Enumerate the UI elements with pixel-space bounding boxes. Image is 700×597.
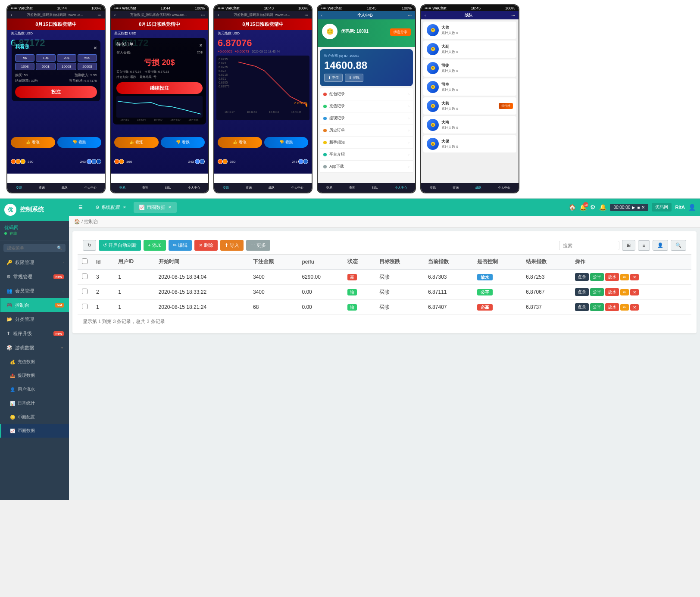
phone3-nav-team[interactable]: 战队 xyxy=(268,185,275,191)
navbar-gear-btn[interactable]: ⚙ xyxy=(590,204,596,211)
phone1-amt-1000[interactable]: 1000$ xyxy=(57,63,76,70)
navbar-home-btn[interactable]: 🏠 xyxy=(569,204,576,211)
phone1-nav-personal[interactable]: 个人中心 xyxy=(84,185,97,191)
grid-view-btn[interactable]: ⊞ xyxy=(622,240,635,251)
phone1-amt-500[interactable]: 500$ xyxy=(36,63,55,70)
phone1-amt-50[interactable]: 50$ xyxy=(78,54,97,62)
sidebar-item-gamedata[interactable]: 🎲 游戏数据 ▼ xyxy=(0,341,69,355)
sidebar-item-console[interactable]: 🎮 控制台 hot xyxy=(0,298,69,312)
phone1-amt-20[interactable]: 20$ xyxy=(57,54,76,62)
row3-edit-btn[interactable]: ✏ xyxy=(620,304,629,311)
sidebar-item-dailystat[interactable]: 📊 日常统计 xyxy=(0,396,69,410)
phone1-down-btn[interactable]: 👎 看跌 xyxy=(57,137,102,148)
navbar-notif-btn[interactable]: 🔔 10 xyxy=(579,204,587,211)
phone1-up-btn[interactable]: 👍 看涨 xyxy=(11,137,55,148)
phone3-nav-trade[interactable]: 交易 xyxy=(222,185,230,191)
phone2-down-btn[interactable]: 👎 看跌 xyxy=(161,137,205,148)
sidebar-item-userflow[interactable]: 👤 用户流水 xyxy=(0,382,69,396)
navbar-tab-coindata[interactable]: 📈 币圈数据 ✕ xyxy=(134,202,177,213)
phone1-amt-5[interactable]: 5$ xyxy=(15,54,34,62)
search-table-btn[interactable]: 🔍 xyxy=(671,240,686,251)
phone4-menu-platform[interactable]: 平台介绍 › xyxy=(320,149,413,161)
phone3-nav-query[interactable]: 查询 xyxy=(245,185,253,191)
phone2-nav-team[interactable]: 战队 xyxy=(164,185,172,191)
more-btn[interactable]: ⋯ 更多 xyxy=(246,240,270,251)
row1-water-btn[interactable]: 放水 xyxy=(605,273,619,281)
coindata-nav-close[interactable]: ✕ xyxy=(168,205,172,209)
sidebar-item-general[interactable]: ⚙ 常规管理 new xyxy=(0,270,69,284)
close-timer-icon[interactable]: ✕ xyxy=(641,205,645,210)
navbar-user-btn[interactable]: 👤 xyxy=(688,204,696,211)
refresh-btn[interactable]: ↻ xyxy=(83,240,96,251)
sidebar-item-withdraw[interactable]: 📤 提现数据 xyxy=(0,369,69,382)
row3-click-btn[interactable]: 点杀 xyxy=(575,303,589,311)
phone4-menu-hongbao[interactable]: 红包记录 › xyxy=(320,88,413,100)
list-view-btn[interactable]: ≡ xyxy=(638,240,650,251)
navbar-tab-sysconfg[interactable]: ⚙ 系统配置 ✕ xyxy=(90,202,131,213)
sidebar-search-box[interactable]: 🔍 xyxy=(3,244,66,252)
sidebar-item-recharge[interactable]: 💰 充值数据 xyxy=(0,355,69,369)
sidebar-item-coindata[interactable]: 📈 币圈数据 xyxy=(0,424,69,438)
phone3-down-btn[interactable]: 👎 看跌 xyxy=(264,137,309,148)
phone2-up-btn[interactable]: 👍 看涨 xyxy=(114,137,159,148)
phone4-nav-team[interactable]: 战队 xyxy=(371,185,379,191)
row2-del-btn[interactable]: ✕ xyxy=(630,289,639,295)
row1-click-btn[interactable]: 点杀 xyxy=(575,273,589,281)
phone1-nav-team[interactable]: 战队 xyxy=(61,185,69,191)
row2-edit-btn[interactable]: ✏ xyxy=(620,289,629,295)
row1-edit-btn[interactable]: ✏ xyxy=(620,274,629,280)
phone4-menu-history[interactable]: 历史订单 › xyxy=(320,124,413,137)
phone4-bind-btn[interactable]: 绑定分享 xyxy=(390,28,411,36)
row1-checkbox[interactable] xyxy=(82,274,88,279)
auto-refresh-btn[interactable]: ↺ 开启自动刷新 xyxy=(99,240,141,251)
phone4-menu-chongzhi[interactable]: 充值记录 › xyxy=(320,100,413,112)
phone5-nav-team[interactable]: 战队 xyxy=(475,185,482,191)
select-all-checkbox[interactable] xyxy=(82,258,88,264)
phone4-nav-trade[interactable]: 交易 xyxy=(325,185,333,191)
row2-checkbox[interactable] xyxy=(82,289,88,294)
phone4-nav-personal[interactable]: 个人中心 xyxy=(394,185,408,191)
row3-fair-btn[interactable]: 公平 xyxy=(590,303,604,311)
row2-click-btn[interactable]: 点杀 xyxy=(575,288,589,296)
phone3-up-btn[interactable]: 👍 看涨 xyxy=(218,137,262,148)
phone4-withdraw-btn[interactable]: ⬇ 提现 xyxy=(345,74,363,82)
row3-water-btn[interactable]: 放水 xyxy=(605,303,619,311)
phone5-rank-btn[interactable]: 排行榜 xyxy=(499,103,513,109)
phone4-menu-tixian[interactable]: 提现记录 › xyxy=(320,112,413,124)
sidebar-item-upgrade[interactable]: ⬆ 程序升级 new xyxy=(0,326,69,341)
import-btn[interactable]: ⬆ 导入 xyxy=(220,240,244,251)
row1-del-btn[interactable]: ✕ xyxy=(630,274,639,280)
phone4-nav-query[interactable]: 查询 xyxy=(348,185,356,191)
phone4-menu-newbie[interactable]: 新手须知 › xyxy=(320,137,413,149)
phone4-menu-appdownload[interactable]: App下载 › xyxy=(320,161,413,173)
phone1-amt-10[interactable]: 10$ xyxy=(36,54,55,62)
row3-checkbox[interactable] xyxy=(82,304,88,309)
stop-icon[interactable]: ■ xyxy=(637,205,640,210)
phone2-nav-trade[interactable]: 交易 xyxy=(119,185,126,191)
phone4-recharge-btn[interactable]: ⬆ 充值 xyxy=(324,74,343,82)
phone1-nav-trade[interactable]: 交易 xyxy=(15,185,23,191)
play-icon[interactable]: ▶ xyxy=(632,205,635,210)
sidebar-search-input[interactable] xyxy=(7,246,57,250)
row2-water-btn[interactable]: 放水 xyxy=(605,288,619,296)
phone2-submit-btn[interactable]: 继续投注 xyxy=(116,82,203,94)
phone1-amt-2000[interactable]: 2000$ xyxy=(78,63,97,70)
phone1-close[interactable]: ✕ xyxy=(94,46,97,50)
phone1-submit-btn[interactable]: 投注 xyxy=(15,86,97,98)
edit-btn[interactable]: ✏ 编辑 xyxy=(169,240,192,251)
phone5-nav-query[interactable]: 查询 xyxy=(452,185,459,191)
row3-del-btn[interactable]: ✕ xyxy=(630,304,639,311)
table-search-input[interactable] xyxy=(559,241,619,250)
sidebar-item-coinconfig[interactable]: 🪙 币圈配置 xyxy=(0,410,69,424)
phone1-nav-query[interactable]: 查询 xyxy=(38,185,46,191)
phone2-nav-personal[interactable]: 个人中心 xyxy=(187,185,201,191)
navbar-bell2-btn[interactable]: 🔔 xyxy=(599,204,606,211)
phone1-amt-100[interactable]: 100$ xyxy=(15,63,34,70)
sidebar-item-member[interactable]: 👥 会员管理 › xyxy=(0,284,69,298)
navbar-hamburger[interactable]: ☰ xyxy=(73,202,88,212)
phone2-close[interactable]: ✕ xyxy=(199,43,203,48)
user-filter-btn[interactable]: 👤 xyxy=(653,240,668,251)
phone5-nav-trade[interactable]: 交易 xyxy=(429,185,437,191)
phone3-nav-personal[interactable]: 个人中心 xyxy=(291,185,304,191)
phone5-nav-personal[interactable]: 个人中心 xyxy=(497,185,511,191)
